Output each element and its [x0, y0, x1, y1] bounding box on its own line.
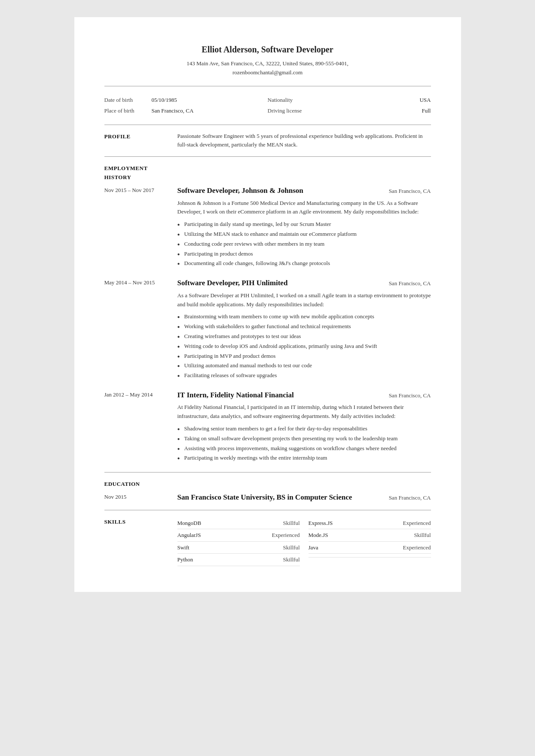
job2-location: San Francisco, CA — [389, 279, 431, 288]
personal-divider — [104, 125, 431, 125]
skills-section-title: SKILLS — [104, 518, 126, 525]
driving-value: Full — [422, 107, 431, 115]
header-divider — [104, 86, 431, 86]
education-header-row: EDUCATION — [104, 479, 431, 488]
skill-swift: Swift Skillful — [177, 542, 300, 554]
job2-date: May 2014 – Nov 2015 — [104, 277, 173, 381]
pob-label: Place of birth — [104, 107, 152, 115]
list-item: Creating wireframes and prototypes to te… — [177, 332, 431, 341]
job2-bullets: Brainstorming with team members to come … — [177, 312, 431, 380]
personal-left-col: Date of birth 05/10/1985 Place of birth … — [104, 96, 268, 115]
personal-right-col: Nationality USA Driving license Full — [268, 96, 431, 115]
resume-document: Elliot Alderson, Software Developer 143 … — [74, 17, 461, 592]
skill-mongodb: MongoDB Skillful — [177, 517, 300, 530]
personal-info-section: Date of birth 05/10/1985 Place of birth … — [104, 93, 431, 118]
list-item: Participating in daily stand up meetings… — [177, 220, 431, 229]
job3-header: IT Intern, Fidelity National Financial S… — [177, 390, 431, 401]
pob-value: San Francisco, CA — [152, 107, 194, 115]
list-item: Taking on small software development pro… — [177, 434, 431, 443]
nationality-value: USA — [419, 96, 431, 104]
dob-row: Date of birth 05/10/1985 — [104, 96, 268, 104]
edu1-date: Nov 2015 — [104, 492, 173, 503]
employment-section: EMPLOYMENT HISTORY Nov 2015 – Nov 2017 S… — [104, 164, 431, 463]
job-entry-1: Nov 2015 – Nov 2017 Software Developer, … — [104, 185, 431, 269]
list-item: Utilizing automated and manual methods t… — [177, 361, 431, 370]
edu1-header: San Francisco State University, BS in Co… — [177, 492, 431, 503]
skill-empty — [309, 554, 431, 558]
employment-divider — [104, 472, 431, 472]
job1-location: San Francisco, CA — [389, 187, 431, 195]
pob-row: Place of birth San Francisco, CA — [104, 107, 268, 115]
job1-desc: Johnson & Johnson is a Fortune 500 Medic… — [177, 199, 431, 217]
job3-bullets: Shadowing senior team members to get a f… — [177, 424, 431, 463]
job1-content: Software Developer, Johnson & Johnson Sa… — [177, 185, 431, 269]
job-entry-2: May 2014 – Nov 2015 Software Developer, … — [104, 277, 431, 381]
education-section-title: EDUCATION — [104, 481, 140, 487]
edu1-title: San Francisco State University, BS in Co… — [177, 492, 352, 503]
driving-label: Driving license — [268, 107, 302, 115]
employment-section-title: EMPLOYMENT HISTORY — [104, 165, 148, 180]
job2-content: Software Developer, PIH Unlimited San Fr… — [177, 277, 431, 381]
nationality-label: Nationality — [268, 96, 293, 104]
list-item: Participating in weekly meetings with th… — [177, 454, 431, 463]
edu1-content: San Francisco State University, BS in Co… — [177, 492, 431, 503]
list-item: Facilitating releases of software upgrad… — [177, 371, 431, 380]
list-item: Working with stakeholders to gather func… — [177, 322, 431, 331]
profile-text: Passionate Software Engineer with 5 year… — [177, 132, 431, 150]
list-item: Participating in product demos — [177, 250, 431, 259]
skills-section: SKILLS MongoDB Skillful AngularJS Experi… — [104, 517, 431, 566]
education-divider — [104, 510, 431, 510]
dob-label: Date of birth — [104, 96, 152, 104]
profile-divider — [104, 156, 431, 157]
job3-date: Jan 2012 – May 2014 — [104, 390, 173, 463]
job2-header: Software Developer, PIH Unlimited San Fr… — [177, 277, 431, 289]
job1-title: Software Developer, Johnson & Johnson — [177, 185, 303, 196]
job3-content: IT Intern, Fidelity National Financial S… — [177, 390, 431, 463]
job1-date: Nov 2015 – Nov 2017 — [104, 185, 173, 269]
skills-col-right: Express.JS Experienced Mode.JS Skillful … — [309, 517, 431, 566]
profile-section-title: PROFILE — [104, 132, 173, 150]
job3-title: IT Intern, Fidelity National Financial — [177, 390, 294, 401]
edu-entry-1: Nov 2015 San Francisco State University,… — [104, 492, 431, 503]
skill-python: Python Skillful — [177, 554, 300, 566]
education-section: EDUCATION Nov 2015 San Francisco State U… — [104, 479, 431, 503]
dob-value: 05/10/1985 — [152, 96, 177, 104]
job-entry-3: Jan 2012 – May 2014 IT Intern, Fidelity … — [104, 390, 431, 463]
job3-desc: At Fidelity National Financial, I partic… — [177, 403, 431, 421]
list-item: Shadowing senior team members to get a f… — [177, 424, 431, 433]
list-item: Assisting with process improvements, mak… — [177, 444, 431, 453]
list-item: Brainstorming with team members to come … — [177, 312, 431, 321]
job2-title: Software Developer, PIH Unlimited — [177, 277, 288, 289]
employment-header-row: EMPLOYMENT HISTORY — [104, 164, 431, 182]
list-item: Documenting all code changes, following … — [177, 259, 431, 268]
job2-desc: As a Software Developer at PIH Unlimited… — [177, 291, 431, 309]
candidate-email: rozenboomchantal@gmail.com — [232, 69, 303, 76]
skill-modejs: Mode.JS Skillful — [309, 529, 431, 542]
job1-header: Software Developer, Johnson & Johnson Sa… — [177, 185, 431, 196]
candidate-address: 143 Main Ave, San Francisco, CA, 32222, … — [104, 59, 431, 77]
profile-section: PROFILE Passionate Software Engineer wit… — [104, 132, 431, 150]
list-item: Participating in MVP and product demos — [177, 352, 431, 361]
edu1-location: San Francisco, CA — [389, 494, 431, 502]
skill-angularjs: AngularJS Experienced — [177, 529, 300, 542]
job3-location: San Francisco, CA — [389, 391, 431, 400]
list-item: Writing code to develop iOS and Android … — [177, 342, 431, 351]
skill-expressjs: Express.JS Experienced — [309, 517, 431, 530]
job1-bullets: Participating in daily stand up meetings… — [177, 220, 431, 268]
skills-col-left: MongoDB Skillful AngularJS Experienced S… — [177, 517, 300, 566]
skills-grid: MongoDB Skillful AngularJS Experienced S… — [177, 517, 431, 566]
candidate-name: Elliot Alderson, Software Developer — [104, 43, 431, 56]
nationality-row: Nationality USA — [268, 96, 431, 104]
list-item: Conducting code peer reviews with other … — [177, 240, 431, 249]
list-item: Utilizing the MEAN stack to enhance and … — [177, 230, 431, 239]
resume-header: Elliot Alderson, Software Developer 143 … — [104, 43, 431, 77]
skill-java: Java Experienced — [309, 542, 431, 554]
driving-row: Driving license Full — [268, 107, 431, 115]
